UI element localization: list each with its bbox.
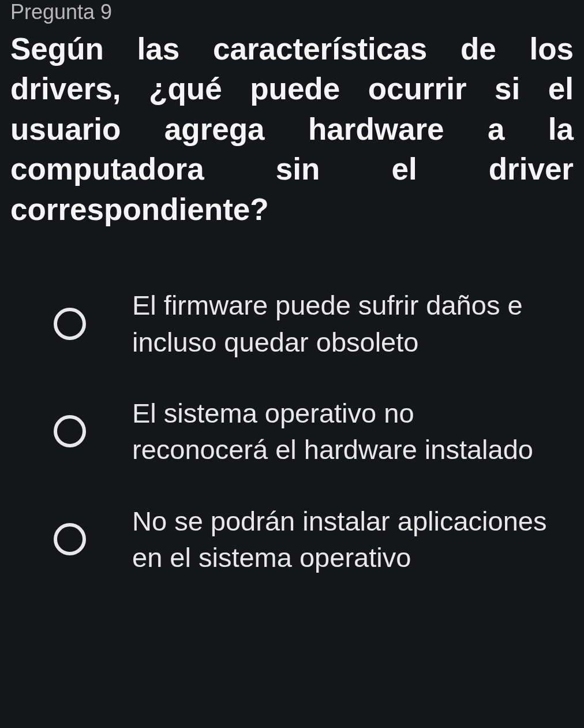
radio-icon	[54, 415, 86, 447]
option-label: El firmware puede sufrir daños e incluso…	[132, 287, 556, 360]
question-text: Según las características de los drivers…	[10, 29, 574, 229]
option-1[interactable]: El firmware puede sufrir daños e incluso…	[54, 287, 556, 360]
options-list: El firmware puede sufrir daños e incluso…	[10, 287, 574, 576]
question-number: Pregunta 9	[10, 0, 574, 24]
option-2[interactable]: El sistema operativo no reconocerá el ha…	[54, 395, 556, 468]
option-label: No se podrán instalar aplicaciones en el…	[132, 503, 556, 576]
option-label: El sistema operativo no reconocerá el ha…	[132, 395, 556, 468]
radio-icon	[54, 308, 86, 340]
option-3[interactable]: No se podrán instalar aplicaciones en el…	[54, 503, 556, 576]
radio-icon	[54, 523, 86, 555]
